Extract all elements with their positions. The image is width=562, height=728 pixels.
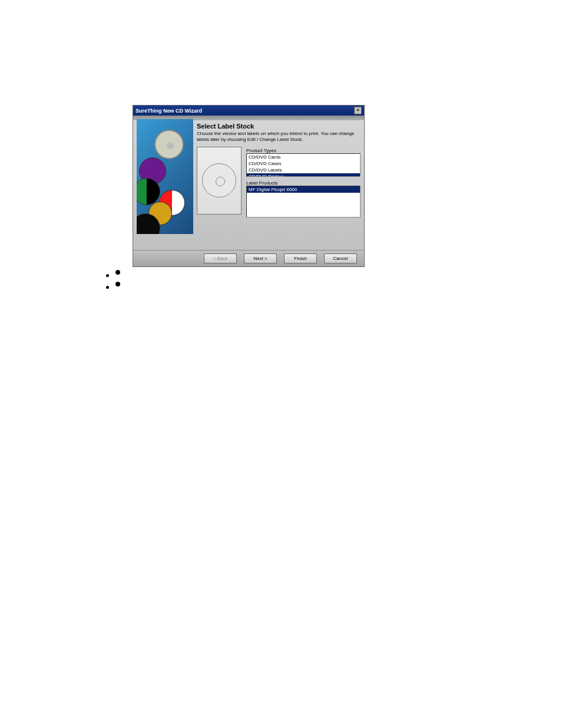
list-item[interactable]: MF Digital Picojet 6000 [247,186,360,193]
finish-button[interactable]: Finish [284,253,317,263]
cancel-button[interactable]: Cancel [324,253,357,263]
list-bullet [115,282,120,286]
list-bullet [115,270,120,275]
label-products-listbox[interactable]: MF Digital Picojet 6000 [246,186,361,218]
wizard-button-row: < Back Next > Finish Cancel [133,250,364,266]
label-products-label: Label Products [246,180,361,186]
wizard-description: Choose the vendor and labels on which yo… [197,131,361,143]
wizard-illustration [137,119,193,234]
wizard-title: SureThing New CD Wizard [135,108,202,114]
product-types-listbox[interactable]: CD/DVD Cards CD/DVD Cases CD/DVD Labels … [246,153,361,177]
wizard-heading: Select Label Stock [197,123,361,130]
close-icon[interactable]: × [354,107,362,114]
wizard-titlebar: SureThing New CD Wizard × [133,106,364,116]
list-item[interactable]: CD/DVD Printers [247,173,360,177]
list-item[interactable]: CD/DVD Cards [247,154,360,160]
product-types-label: Product Types [246,148,361,153]
list-item[interactable]: CD/DVD Cases [247,160,360,167]
back-button[interactable]: < Back [204,253,237,263]
label-preview [197,147,242,215]
next-button[interactable]: Next > [244,253,277,263]
list-item[interactable]: CD/DVD Labels [247,167,360,173]
wizard-dialog: SureThing New CD Wizard × Select Label S… [133,105,365,267]
